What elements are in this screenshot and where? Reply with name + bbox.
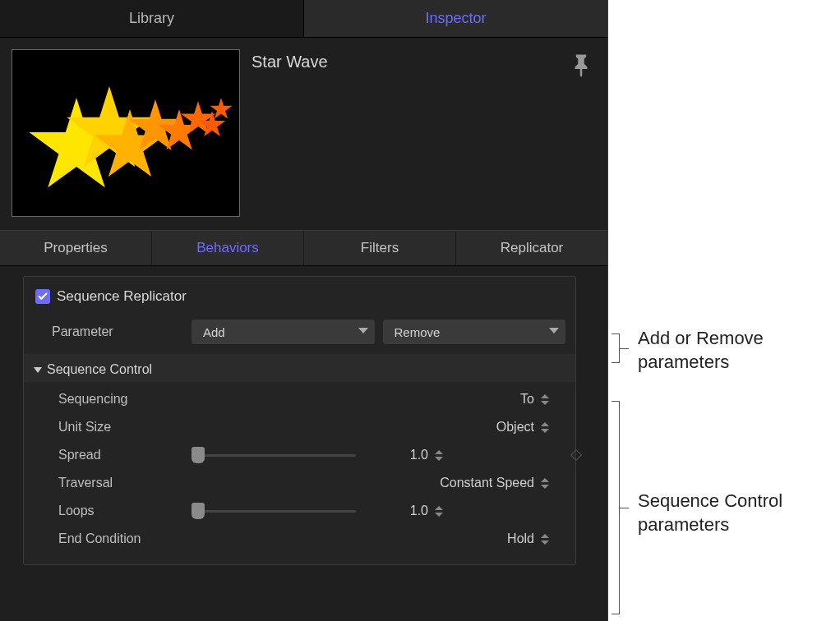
remove-parameter-dropdown[interactable]: Remove: [383, 320, 566, 344]
loops-row: Loops 1.0: [34, 497, 565, 525]
end-condition-value: Hold: [501, 531, 534, 546]
slider-thumb[interactable]: [192, 503, 205, 519]
unit-size-row: Unit Size Object: [34, 413, 565, 441]
spread-value[interactable]: 1.0: [395, 448, 428, 462]
tab-library[interactable]: Library: [0, 0, 304, 37]
end-condition-row: End Condition Hold: [34, 525, 565, 553]
preview-title: Star Wave: [252, 53, 328, 217]
disclosure-triangle-icon: [34, 367, 42, 373]
tab-replicator[interactable]: Replicator: [456, 231, 607, 265]
tab-inspector[interactable]: Inspector: [304, 0, 607, 37]
inspector-panel: Library Inspector Star Wave Properties B…: [0, 0, 608, 621]
spread-row: Spread 1.0: [34, 441, 565, 469]
parameter-row: Parameter Add Remove: [34, 315, 565, 349]
end-condition-control[interactable]: Hold: [192, 531, 565, 546]
stepper-icon[interactable]: [541, 422, 549, 433]
add-label: Add: [203, 325, 225, 339]
remove-label: Remove: [395, 325, 441, 339]
preview-strip: Star Wave: [0, 38, 607, 230]
parameter-label: Parameter: [52, 324, 192, 339]
stepper-icon[interactable]: [541, 534, 549, 545]
sequence-control-header[interactable]: Sequence Control: [24, 354, 575, 382]
annotation-add-remove: Add or Remove parameters: [638, 327, 840, 374]
chevron-down-icon: [358, 328, 368, 336]
inspector-content: Sequence Replicator Parameter Add Remove…: [0, 266, 607, 575]
preview-title-area: Star Wave: [252, 49, 596, 217]
sequencing-label: Sequencing: [58, 392, 192, 407]
stepper-icon[interactable]: [541, 394, 549, 405]
group-title: Sequence Control: [47, 362, 152, 377]
section-title: Sequence Replicator: [57, 288, 187, 305]
slider-thumb[interactable]: [192, 447, 205, 463]
top-tab-bar: Library Inspector: [0, 0, 607, 38]
sequencing-value: To: [501, 392, 534, 407]
sequencing-row: Sequencing To: [34, 385, 565, 413]
loops-value[interactable]: 1.0: [395, 504, 428, 518]
loops-slider[interactable]: [192, 504, 356, 518]
tab-filters[interactable]: Filters: [304, 231, 456, 265]
spread-control[interactable]: 1.0: [192, 448, 565, 462]
unit-size-value: Object: [496, 420, 534, 435]
add-parameter-dropdown[interactable]: Add: [192, 320, 375, 344]
section-header: Sequence Replicator: [34, 285, 565, 315]
stepper-icon[interactable]: [541, 478, 549, 489]
traversal-row: Traversal Constant Speed: [34, 469, 565, 497]
chevron-down-icon: [549, 328, 559, 336]
loops-control[interactable]: 1.0: [192, 504, 565, 518]
unit-size-label: Unit Size: [58, 420, 192, 435]
behavior-section: Sequence Replicator Parameter Add Remove…: [23, 276, 576, 565]
end-condition-label: End Condition: [58, 531, 192, 546]
loops-label: Loops: [58, 504, 192, 518]
unit-size-control[interactable]: Object: [192, 420, 565, 435]
bracket-icon: [612, 334, 620, 363]
pin-icon[interactable]: [573, 53, 589, 74]
tab-behaviors[interactable]: Behaviors: [152, 231, 304, 265]
traversal-control[interactable]: Constant Speed: [192, 476, 565, 490]
annotation-sequence-control: Sequence Control parameters: [638, 490, 840, 536]
preview-thumbnail[interactable]: [12, 49, 240, 217]
stepper-icon[interactable]: [435, 450, 443, 461]
keyframe-icon[interactable]: [570, 449, 582, 461]
tab-properties[interactable]: Properties: [0, 231, 152, 265]
spread-label: Spread: [58, 448, 192, 462]
traversal-value: Constant Speed: [419, 476, 534, 490]
bracket-icon: [612, 401, 620, 614]
stepper-icon[interactable]: [435, 506, 443, 517]
spread-slider[interactable]: [192, 448, 356, 462]
sequencing-control[interactable]: To: [192, 392, 565, 407]
traversal-label: Traversal: [58, 476, 192, 490]
enable-checkbox[interactable]: [35, 289, 50, 304]
sub-tab-bar: Properties Behaviors Filters Replicator: [0, 230, 607, 266]
